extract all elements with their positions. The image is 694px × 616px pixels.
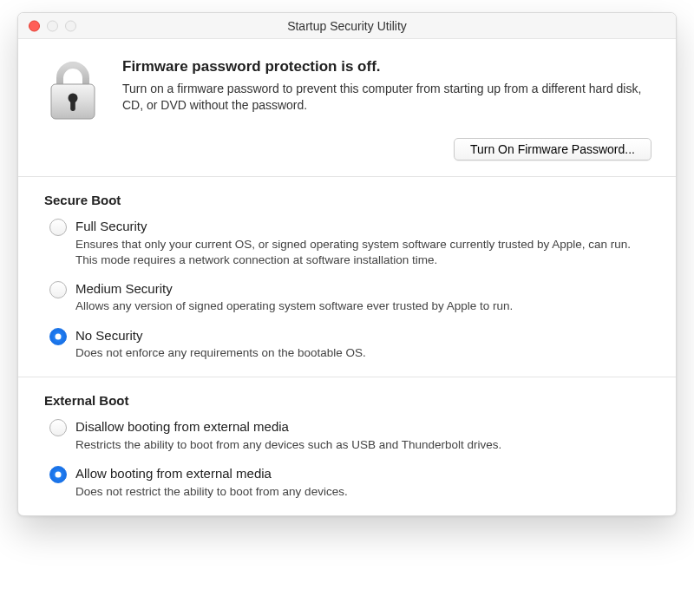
external-boot-section: External Boot Disallow booting from exte… bbox=[18, 377, 676, 514]
svg-rect-2 bbox=[70, 100, 75, 111]
minimize-button[interactable] bbox=[47, 20, 58, 31]
option-description: Does not restrict the ability to boot fr… bbox=[75, 484, 650, 500]
window: Startup Security Utility bbox=[17, 12, 677, 516]
close-button[interactable] bbox=[29, 20, 40, 31]
secure-boot-section: Secure Boot Full Security Ensures that o… bbox=[18, 177, 676, 377]
option-label: Disallow booting from external media bbox=[75, 418, 650, 436]
radio-icon[interactable] bbox=[49, 419, 67, 436]
secure-boot-option-none[interactable]: No Security Does not enforce any require… bbox=[44, 327, 650, 365]
option-label: Medium Security bbox=[75, 280, 650, 298]
titlebar: Startup Security Utility bbox=[18, 13, 676, 39]
radio-icon[interactable] bbox=[49, 219, 67, 236]
external-boot-heading: External Boot bbox=[44, 393, 650, 408]
radio-icon[interactable] bbox=[49, 466, 67, 483]
external-boot-option-disallow[interactable]: Disallow booting from external media Res… bbox=[44, 418, 650, 465]
window-title: Startup Security Utility bbox=[287, 19, 407, 33]
firmware-button-row: Turn On Firmware Password... bbox=[18, 129, 676, 176]
external-boot-option-allow[interactable]: Allow booting from external media Does n… bbox=[44, 465, 650, 503]
option-label: No Security bbox=[75, 327, 650, 344]
option-label: Full Security bbox=[75, 218, 650, 235]
secure-boot-heading: Secure Boot bbox=[44, 193, 650, 207]
turn-on-firmware-password-button[interactable]: Turn On Firmware Password... bbox=[454, 138, 651, 161]
radio-icon[interactable] bbox=[49, 281, 67, 298]
firmware-header: Firmware password protection is off. Tur… bbox=[18, 39, 676, 129]
zoom-button[interactable] bbox=[65, 20, 76, 31]
secure-boot-option-medium[interactable]: Medium Security Allows any version of si… bbox=[44, 280, 650, 327]
option-description: Restricts the ability to boot from any d… bbox=[75, 437, 650, 453]
option-label: Allow booting from external media bbox=[75, 465, 650, 482]
traffic-lights bbox=[29, 20, 76, 31]
firmware-text: Firmware password protection is off. Tur… bbox=[122, 58, 651, 114]
firmware-heading: Firmware password protection is off. bbox=[122, 58, 651, 75]
firmware-description: Turn on a firmware password to prevent t… bbox=[122, 81, 651, 114]
radio-icon[interactable] bbox=[49, 328, 67, 345]
option-description: Allows any version of signed operating s… bbox=[75, 298, 650, 314]
option-description: Does not enforce any requirements on the… bbox=[75, 345, 650, 361]
secure-boot-option-full[interactable]: Full Security Ensures that only your cur… bbox=[44, 218, 650, 280]
option-description: Ensures that only your current OS, or si… bbox=[75, 237, 650, 268]
lock-icon bbox=[43, 58, 103, 121]
